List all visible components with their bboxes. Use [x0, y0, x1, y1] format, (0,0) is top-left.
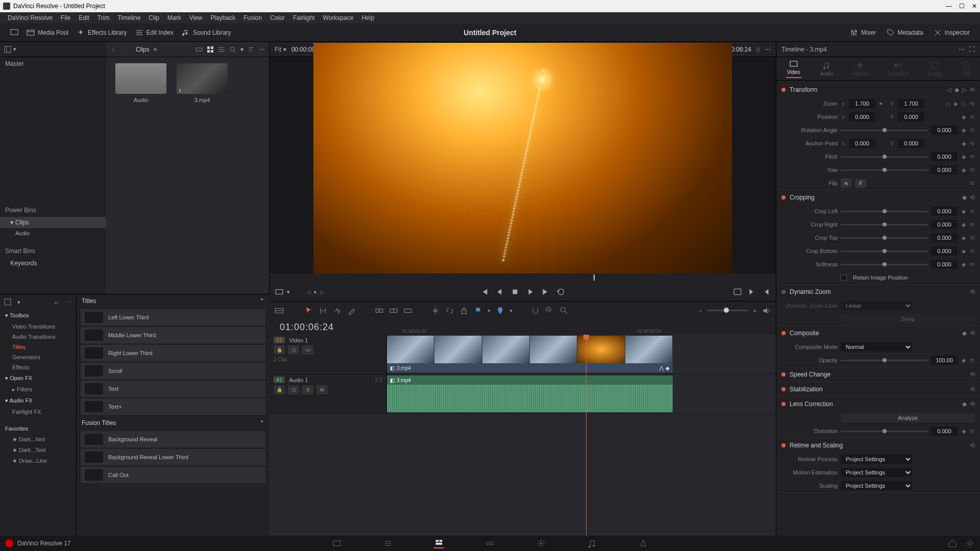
metadata-button[interactable]: Metadata	[883, 27, 927, 39]
expand-icon[interactable]: ⛶	[969, 46, 975, 53]
fx-cat[interactable]: Audio Transitions	[0, 332, 76, 342]
sound-library-button[interactable]: Sound Library	[178, 27, 235, 39]
home-icon[interactable]	[947, 538, 958, 548]
edit-index-button[interactable]: Edit Index	[131, 27, 178, 39]
zoom-out-icon[interactable]	[545, 306, 554, 315]
strip-view-icon[interactable]	[195, 46, 203, 53]
reset-icon[interactable]: ⟲	[969, 180, 975, 187]
effects-library-button[interactable]: Effects Library	[72, 27, 131, 39]
list-view-icon[interactable]	[218, 46, 225, 53]
menu-item[interactable]: Clip	[145, 13, 163, 22]
tab-effects[interactable]: Effects	[852, 61, 868, 77]
analyze-button[interactable]: Analyze	[841, 413, 975, 422]
fav-item[interactable]: ★ Dark...hird	[0, 434, 76, 445]
fx-cat[interactable]: Generators	[0, 352, 76, 362]
fusion-page-icon[interactable]	[485, 538, 495, 548]
keyframe-icon[interactable]: ◆	[961, 127, 967, 134]
transform-overlay-icon[interactable]	[275, 287, 284, 296]
match-frame-icon[interactable]	[733, 287, 742, 296]
zoom-fit-icon[interactable]	[559, 306, 569, 315]
motion-estimation-select[interactable]: Project Settings	[841, 468, 912, 477]
bin-clips[interactable]: ▾Clips	[0, 217, 106, 228]
master-bin[interactable]: Master	[0, 57, 106, 70]
viewer-canvas[interactable]	[270, 57, 776, 273]
maximize-button[interactable]: ☐	[959, 3, 965, 10]
video-clip[interactable]: ◧3.mp4⋀◆	[387, 336, 673, 372]
flag-icon[interactable]	[474, 306, 483, 315]
pos-y-input[interactable]: 0.000	[898, 112, 924, 121]
last-frame-icon[interactable]	[541, 287, 550, 296]
grid-view-icon[interactable]	[207, 46, 214, 53]
timeline-view-icon[interactable]	[275, 306, 284, 315]
keyframe-icon[interactable]: ◆	[961, 140, 967, 147]
bin-keywords[interactable]: Keywords	[0, 258, 106, 269]
minus-icon[interactable]: −	[699, 308, 702, 314]
snap-icon[interactable]	[531, 306, 540, 315]
retime-process-select[interactable]: Project Settings	[841, 455, 912, 464]
zoom-slider[interactable]	[707, 310, 748, 311]
rotation-slider[interactable]	[841, 130, 928, 131]
edit-page-icon[interactable]	[434, 538, 444, 548]
fusion-title-preset[interactable]: Background Reveal	[81, 431, 265, 447]
fx-cat[interactable]: Fairlight FX	[0, 407, 76, 417]
tab-video[interactable]: Video	[786, 59, 801, 78]
softness-slider[interactable]	[841, 264, 928, 265]
menu-item[interactable]: Fairlight	[289, 13, 318, 22]
reset-icon[interactable]: ⟲	[969, 101, 975, 107]
dynamic-trim-icon[interactable]	[333, 306, 342, 315]
tab-image[interactable]: Image	[928, 61, 942, 77]
track-disable-icon[interactable]: ▭	[302, 345, 313, 355]
flip-v-button[interactable]: ⇵	[855, 179, 866, 188]
zoom-x-input[interactable]: 1.700	[849, 99, 875, 108]
replace-icon[interactable]	[403, 306, 412, 315]
prev-edit-icon[interactable]: ◁	[306, 289, 310, 295]
close-button[interactable]: ✕	[972, 3, 977, 10]
keyframe-icon[interactable]: ◆	[961, 114, 967, 120]
media-page-icon[interactable]	[332, 538, 342, 548]
reset-icon[interactable]: ⟲	[969, 127, 975, 134]
fusion-title-preset[interactable]: Background Reveal Lower Third	[81, 449, 265, 465]
search-icon[interactable]	[229, 46, 236, 53]
audio-clip[interactable]: ◧3.mp4	[387, 375, 673, 412]
speaker-icon[interactable]	[762, 306, 771, 315]
stop-icon[interactable]	[510, 287, 520, 296]
selection-tool-icon[interactable]	[304, 306, 313, 315]
fusion-title-preset[interactable]: Call Out	[81, 467, 265, 483]
fav-item[interactable]: ★ Draw...Line	[0, 456, 76, 466]
fx-cat[interactable]: ▸ Filters	[0, 384, 76, 395]
fairlight-page-icon[interactable]	[587, 538, 597, 548]
track-lock-icon[interactable]: 🔒	[274, 345, 285, 355]
track-lock-icon[interactable]: 🔒	[274, 385, 285, 394]
tab-audio[interactable]: Audio	[820, 61, 834, 77]
fx-cat[interactable]: Video Transitions	[0, 321, 76, 332]
dropdown-icon[interactable]: ▾	[488, 308, 491, 313]
pitch-slider[interactable]	[841, 156, 928, 158]
track-tag[interactable]: A1	[274, 377, 285, 383]
insert-icon[interactable]	[375, 306, 384, 315]
keyframe-icon[interactable]: ◆	[954, 86, 959, 93]
ease-select[interactable]: Linear	[841, 301, 912, 310]
dropdown-icon[interactable]: ▾	[17, 299, 20, 306]
title-preset[interactable]: Text	[81, 381, 265, 397]
inspector-button[interactable]: Inspector	[929, 27, 974, 39]
menu-item[interactable]: File	[57, 13, 74, 22]
trim-tool-icon[interactable]	[318, 306, 328, 315]
audiofx-category[interactable]: ▾ Audio FX	[0, 395, 76, 407]
lock-icon[interactable]	[459, 306, 469, 315]
blade-tool-icon[interactable]	[347, 306, 356, 315]
razor-icon[interactable]	[431, 306, 440, 315]
section-cropping[interactable]: Cropping◆⟲	[776, 190, 980, 205]
sort-icon[interactable]	[248, 46, 255, 53]
section-composite[interactable]: Composite◆⟲	[776, 326, 980, 340]
plus-icon[interactable]: +	[753, 308, 756, 314]
menu-item[interactable]: Timeline	[114, 13, 144, 22]
bypass-icon[interactable]: ⊘	[755, 46, 761, 53]
more-icon[interactable]: ⋯	[959, 46, 965, 53]
menu-item[interactable]: Fusion	[240, 13, 265, 22]
power-bins-header[interactable]: Power Bins	[0, 204, 106, 217]
first-frame-icon[interactable]	[480, 287, 489, 296]
opacity-slider[interactable]	[841, 360, 928, 361]
retime-icon[interactable]: ⋀	[659, 365, 664, 371]
next-edit-icon[interactable]: ▷	[320, 289, 324, 295]
cut-page-icon[interactable]	[383, 538, 393, 548]
